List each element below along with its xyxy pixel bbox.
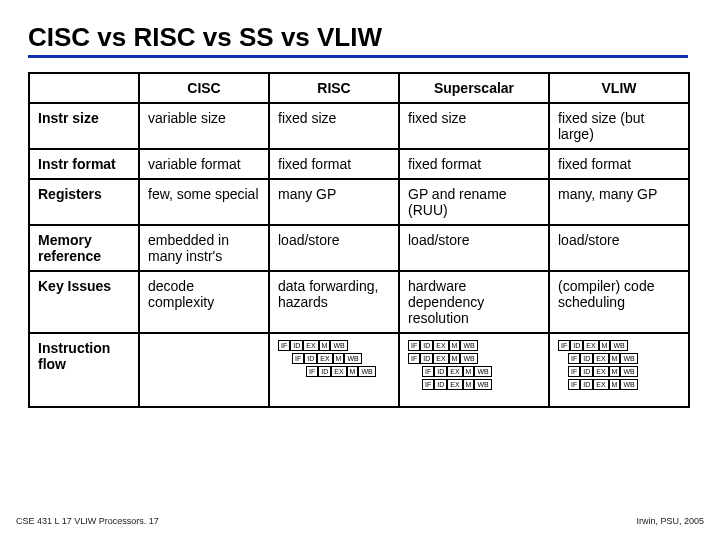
table-cell: variable format [139, 149, 269, 179]
pipeline-stage: M [463, 379, 475, 390]
pipeline-stage: EX [593, 379, 608, 390]
pipeline-stage: ID [420, 353, 433, 364]
footer-left: CSE 431 L 17 VLIW Processors. 17 [16, 516, 159, 526]
row-label: Key Issues [29, 271, 139, 333]
pipeline-stage: EX [447, 366, 462, 377]
table-header-row: CISC RISC Superscalar VLIW [29, 73, 689, 103]
pipeline-stage: ID [580, 366, 593, 377]
pipeline: IFIDEXMWB [306, 366, 390, 377]
pipeline: IFIDEXMWB [278, 340, 390, 351]
table-cell: fixed format [399, 149, 549, 179]
pipeline: IFIDEXMWB [558, 340, 680, 351]
table-row-flow: Instruction flowIFIDEXMWBIFIDEXMWBIFIDEX… [29, 333, 689, 407]
pipeline-stage: M [449, 353, 461, 364]
pipeline-stage: WB [460, 340, 477, 351]
pipeline-stage: EX [593, 366, 608, 377]
pipeline-stage: M [333, 353, 345, 364]
pipeline-stage: EX [317, 353, 332, 364]
pipeline-stage: ID [570, 340, 583, 351]
row-label: Instr format [29, 149, 139, 179]
table-cell: many, many GP [549, 179, 689, 225]
pipeline-stage: M [463, 366, 475, 377]
pipeline-stage: ID [318, 366, 331, 377]
pipeline-stage: IF [408, 340, 420, 351]
pipeline-stage: WB [358, 366, 375, 377]
pipeline-stage: EX [433, 353, 448, 364]
table-cell: many GP [269, 179, 399, 225]
pipeline-stage: IF [568, 366, 580, 377]
table-cell: fixed size (but large) [549, 103, 689, 149]
row-label: Instruction flow [29, 333, 139, 407]
table-cell: fixed format [549, 149, 689, 179]
pipeline-stage: ID [304, 353, 317, 364]
table-row: Key Issuesdecode complexitydata forwardi… [29, 271, 689, 333]
pipeline-stage: IF [292, 353, 304, 364]
pipeline-stage: IF [422, 366, 434, 377]
table-cell: (compiler) code scheduling [549, 271, 689, 333]
pipeline-group: IFIDEXMWBIFIDEXMWBIFIDEXMWBIFIDEXMWB [408, 340, 540, 390]
pipeline-stage: EX [331, 366, 346, 377]
table-row: Instr formatvariable formatfixed formatf… [29, 149, 689, 179]
table-cell: load/store [399, 225, 549, 271]
pipeline: IFIDEXMWB [408, 353, 540, 364]
table-cell: load/store [269, 225, 399, 271]
pipeline-stage: EX [447, 379, 462, 390]
comparison-table: CISC RISC Superscalar VLIW Instr sizevar… [28, 72, 690, 408]
flow-risc: IFIDEXMWBIFIDEXMWBIFIDEXMWB [269, 333, 399, 407]
pipeline-stage: ID [434, 366, 447, 377]
pipeline-stage: IF [558, 340, 570, 351]
pipeline-stage: M [609, 353, 621, 364]
pipeline-stage: WB [344, 353, 361, 364]
table-cell: hardware dependency resolution [399, 271, 549, 333]
flow-cisc [139, 333, 269, 407]
pipeline-stage: EX [583, 340, 598, 351]
pipeline-stage: M [609, 366, 621, 377]
pipeline-group: IFIDEXMWBIFIDEXMWBIFIDEXMWBIFIDEXMWB [558, 340, 680, 390]
table-cell: fixed format [269, 149, 399, 179]
pipeline-stage: IF [408, 353, 420, 364]
table-cell: fixed size [269, 103, 399, 149]
pipeline-stage: EX [593, 353, 608, 364]
pipeline-stage: IF [278, 340, 290, 351]
table-cell: few, some special [139, 179, 269, 225]
row-label: Instr size [29, 103, 139, 149]
pipeline-stage: ID [290, 340, 303, 351]
pipeline-stage: WB [330, 340, 347, 351]
row-label: Memory reference [29, 225, 139, 271]
pipeline-stage: WB [474, 366, 491, 377]
table-cell: GP and rename (RUU) [399, 179, 549, 225]
pipeline-stage: IF [422, 379, 434, 390]
col-risc: RISC [269, 73, 399, 103]
table-row: Memory referenceembedded in many instr's… [29, 225, 689, 271]
flow-superscalar: IFIDEXMWBIFIDEXMWBIFIDEXMWBIFIDEXMWB [399, 333, 549, 407]
pipeline-stage: IF [306, 366, 318, 377]
pipeline-stage: ID [420, 340, 433, 351]
pipeline-stage: WB [474, 379, 491, 390]
pipeline-stage: EX [433, 340, 448, 351]
footer-right: Irwin, PSU, 2005 [636, 516, 704, 526]
table-row: Registersfew, some specialmany GPGP and … [29, 179, 689, 225]
pipeline-stage: M [609, 379, 621, 390]
table-cell: embedded in many instr's [139, 225, 269, 271]
pipeline-stage: ID [580, 353, 593, 364]
pipeline-group: IFIDEXMWBIFIDEXMWBIFIDEXMWB [278, 340, 390, 377]
pipeline: IFIDEXMWB [422, 366, 540, 377]
pipeline-stage: ID [580, 379, 593, 390]
table-row: Instr sizevariable sizefixed sizefixed s… [29, 103, 689, 149]
pipeline-stage: M [599, 340, 611, 351]
pipeline-stage: IF [568, 379, 580, 390]
table-body: Instr sizevariable sizefixed sizefixed s… [29, 103, 689, 407]
pipeline-stage: M [319, 340, 331, 351]
table-cell: variable size [139, 103, 269, 149]
pipeline-stage: WB [610, 340, 627, 351]
pipeline-stage: WB [620, 366, 637, 377]
pipeline-stage: WB [620, 379, 637, 390]
pipeline-stage: ID [434, 379, 447, 390]
table-corner [29, 73, 139, 103]
col-vliw: VLIW [549, 73, 689, 103]
pipeline-stage: WB [460, 353, 477, 364]
table-cell: load/store [549, 225, 689, 271]
pipeline-stage: IF [568, 353, 580, 364]
pipeline: IFIDEXMWB [568, 353, 680, 364]
pipeline: IFIDEXMWB [422, 379, 540, 390]
